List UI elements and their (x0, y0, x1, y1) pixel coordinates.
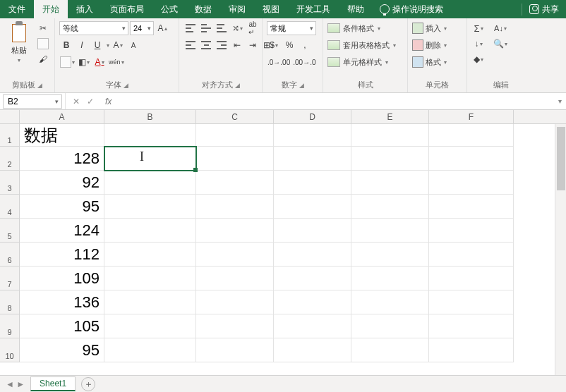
font-name-combo[interactable]: 等线 (59, 21, 128, 35)
tab-help[interactable]: 帮助 (339, 0, 373, 18)
cell-c2[interactable] (196, 147, 274, 171)
cell-e7[interactable] (351, 267, 429, 290)
phonetic-guide-button[interactable]: wén▾ (108, 55, 125, 69)
row-header-5[interactable]: 5 (0, 219, 20, 243)
underline-button[interactable]: U (90, 38, 104, 52)
percent-format-button[interactable]: % (282, 38, 296, 52)
fill-color-button[interactable]: ◧▾ (77, 55, 91, 69)
cell-c1[interactable] (196, 124, 274, 147)
cell-d2[interactable] (274, 147, 351, 171)
cell-c4[interactable] (196, 195, 274, 219)
sheet-nav-buttons[interactable]: ◄ ► (0, 379, 30, 389)
conditional-formatting-button[interactable]: 条件格式▾ (327, 21, 380, 35)
align-left-button[interactable] (183, 38, 198, 52)
cut-button[interactable]: ✂ (36, 21, 50, 35)
format-painter-button[interactable]: 🖌 (36, 52, 50, 66)
cell-a7[interactable]: 109 (20, 267, 104, 290)
cell-b6[interactable] (104, 243, 196, 267)
cell-b8[interactable] (104, 290, 196, 314)
cancel-edit-button[interactable]: ✕ (73, 97, 80, 106)
row-header-2[interactable]: 2 (0, 147, 20, 171)
cell-e5[interactable] (351, 219, 429, 243)
share-button[interactable]: 共享 (522, 4, 566, 16)
comma-format-button[interactable]: , (298, 38, 312, 52)
cell-b2[interactable]: I (104, 147, 196, 171)
cell-a8[interactable]: 136 (20, 290, 104, 314)
formula-input[interactable] (116, 94, 553, 109)
new-sheet-button[interactable]: ＋ (81, 377, 95, 391)
cell-d5[interactable] (274, 219, 351, 243)
copy-button[interactable] (36, 37, 50, 51)
column-header-b[interactable]: B (104, 110, 196, 123)
font-size-combo[interactable]: 24 (130, 21, 154, 35)
cell-c7[interactable] (196, 267, 274, 290)
cell-b10[interactable] (104, 338, 196, 362)
number-format-combo[interactable]: 常规 (267, 21, 316, 35)
cell-c9[interactable] (196, 314, 274, 338)
font-color-button[interactable]: A▾ (92, 55, 107, 69)
name-box[interactable]: B2 (3, 94, 62, 109)
cell-d10[interactable] (274, 338, 351, 362)
row-header-4[interactable]: 4 (0, 195, 20, 219)
align-right-button[interactable] (215, 38, 229, 52)
cell-a1[interactable]: 数据 (20, 124, 104, 147)
confirm-edit-button[interactable]: ✓ (87, 97, 94, 106)
wrap-text-button[interactable]: ab↵ (246, 21, 260, 35)
tab-formulas[interactable]: 公式 (152, 0, 186, 18)
column-header-d[interactable]: D (274, 110, 351, 123)
cell-a3[interactable]: 92 (20, 171, 104, 195)
cell-f1[interactable] (429, 124, 514, 147)
cell-a6[interactable]: 112 (20, 243, 104, 267)
tab-data[interactable]: 数据 (186, 0, 220, 18)
cell-f10[interactable] (429, 338, 514, 362)
cell-c8[interactable] (196, 290, 274, 314)
cell-b9[interactable] (104, 314, 196, 338)
tab-developer[interactable]: 开发工具 (288, 0, 339, 18)
increase-font-button[interactable]: A▴ (155, 21, 169, 35)
scrollbar-thumb[interactable] (557, 127, 565, 190)
format-cells-button[interactable]: 格式▾ (412, 55, 447, 69)
cell-styles-button[interactable]: 单元格样式▾ (327, 55, 388, 69)
borders-button[interactable]: ▾ (59, 55, 76, 69)
increase-indent-button[interactable]: ⇥ (246, 38, 260, 52)
fill-button[interactable]: ↓▾ (471, 37, 486, 51)
cell-f6[interactable] (429, 243, 514, 267)
tab-page-layout[interactable]: 页面布局 (102, 0, 152, 18)
cell-d9[interactable] (274, 314, 351, 338)
align-middle-button[interactable] (199, 21, 213, 35)
cell-d3[interactable] (274, 171, 351, 195)
select-all-corner[interactable] (0, 110, 20, 123)
autosum-button[interactable]: Σ▾ (471, 21, 486, 35)
tell-me[interactable]: 操作说明搜索 (373, 4, 450, 16)
decrease-indent-button[interactable]: ⇤ (230, 38, 244, 52)
cell-c3[interactable] (196, 171, 274, 195)
tab-view[interactable]: 视图 (254, 0, 288, 18)
accounting-format-button[interactable]: $▾ (267, 38, 281, 52)
dialog-launcher-icon[interactable]: ◢ (124, 82, 128, 89)
cell-c10[interactable] (196, 338, 274, 362)
cell-b7[interactable] (104, 267, 196, 290)
cell-e8[interactable] (351, 290, 429, 314)
paste-button[interactable]: 粘贴 ▾ (4, 21, 33, 63)
cell-f4[interactable] (429, 195, 514, 219)
align-center-button[interactable] (199, 38, 213, 52)
row-header-1[interactable]: 1 (0, 124, 20, 147)
italic-button[interactable]: I (75, 38, 89, 52)
tab-review[interactable]: 审阅 (220, 0, 254, 18)
row-header-6[interactable]: 6 (0, 243, 20, 267)
row-header-7[interactable]: 7 (0, 267, 20, 290)
insert-cells-button[interactable]: 插入▾ (412, 21, 447, 35)
cell-a10[interactable]: 95 (20, 338, 104, 362)
tab-insert[interactable]: 插入 (68, 0, 102, 18)
cell-b3[interactable] (104, 171, 196, 195)
cell-b5[interactable] (104, 219, 196, 243)
sheet-tab-1[interactable]: Sheet1 (30, 376, 76, 391)
cell-c5[interactable] (196, 219, 274, 243)
increase-decimal-button[interactable]: .0→.00 (267, 55, 291, 69)
cell-e4[interactable] (351, 195, 429, 219)
find-select-button[interactable]: 🔍▾ (493, 37, 508, 51)
row-header-9[interactable]: 9 (0, 314, 20, 338)
row-header-3[interactable]: 3 (0, 171, 20, 195)
cell-f7[interactable] (429, 267, 514, 290)
format-as-table-button[interactable]: 套用表格格式▾ (327, 38, 396, 52)
